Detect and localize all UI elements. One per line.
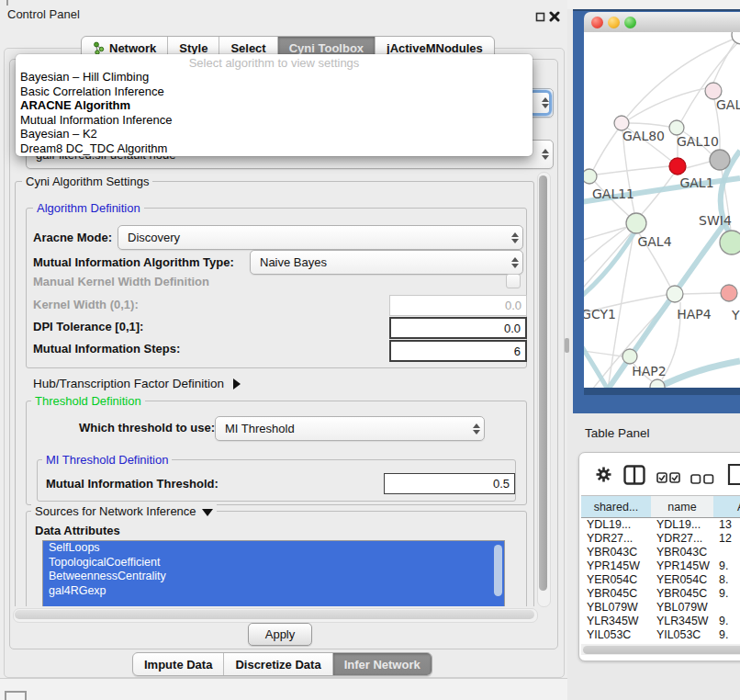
attribute-list-item[interactable]: BetweennessCentrality <box>43 570 504 584</box>
table-cell: YIL053C <box>651 628 719 642</box>
page-icon[interactable] <box>727 462 740 487</box>
table-cell: YER054C <box>651 573 719 587</box>
algorithm-option[interactable]: ARACNE Algorithm <box>16 98 533 113</box>
table-panel-window: shared...nameA YDL19...YDL19...13YDR27..… <box>578 452 740 661</box>
zoom-traffic-light-icon[interactable] <box>624 17 636 28</box>
table-row[interactable]: YBR045CYBR045C9. <box>581 587 740 601</box>
tab-label: Discretize Data <box>235 658 320 672</box>
apply-button[interactable]: Apply <box>248 623 312 646</box>
horizontal-scrollbar <box>13 608 538 623</box>
list-scrollbar-thumb[interactable] <box>494 545 502 596</box>
table-cell: YBR043C <box>581 546 656 559</box>
sources-group-title[interactable]: Sources for Network Inference <box>31 504 217 518</box>
manual-kernel-label: Manual Kernel Width Definition <box>33 275 209 288</box>
hub-section-label: Hub/Transcription Factor Definition <box>33 377 224 390</box>
tab-impute-data[interactable]: Impute Data <box>133 653 224 675</box>
attribute-list-item[interactable]: gal4RGexp <box>43 584 504 599</box>
application-root: Control Panel NetworkStyleSelectCyni Too… <box>0 0 740 700</box>
kernel-width-field[interactable]: 0.0 <box>389 295 527 316</box>
horizontal-scrollbar-thumb[interactable] <box>15 610 534 619</box>
table-row[interactable]: YIL053CYIL053C9. <box>581 628 740 642</box>
table-row[interactable]: YPR145WYPR145W9. <box>581 559 740 573</box>
corner-mark <box>6 0 8 6</box>
table-row[interactable]: YER054CYER054C8. <box>581 573 740 587</box>
tab-label: Impute Data <box>144 658 212 672</box>
table-cell: YLR345W <box>651 615 719 628</box>
table-cell: YER054C <box>581 573 656 587</box>
column-header-name[interactable]: name <box>651 495 714 518</box>
vertical-scrollbar-thumb[interactable] <box>539 175 547 591</box>
tab-label: Network <box>109 41 156 55</box>
algorithm-popup-placeholder: Select algorithm to view settings <box>16 56 533 70</box>
tab-discretize-data[interactable]: Discretize Data <box>224 653 332 675</box>
table-cell: 9. <box>713 628 740 642</box>
table-cell: YBR045C <box>581 587 656 601</box>
network-window-titlebar[interactable] <box>584 12 740 33</box>
algorithm-option[interactable]: Bayesian – Hill Climbing <box>16 70 533 85</box>
algorithm-option[interactable]: Basic Correlation Inference <box>16 85 533 99</box>
table-cell: 9. <box>713 587 740 601</box>
attribute-list-item[interactable]: TopologicalCoefficient <box>43 556 504 570</box>
table-cell: YBL079W <box>581 601 656 615</box>
attribute-list-item[interactable]: SelfLoops <box>43 541 504 556</box>
panel-divider-grip[interactable] <box>565 338 569 353</box>
table-cell: YBR045C <box>651 587 719 601</box>
combo-stepper-icon <box>508 232 522 243</box>
mi-threshold-group-title: MI Threshold Definition <box>42 453 172 467</box>
which-threshold-combo[interactable]: MI Threshold <box>215 416 485 441</box>
combo-stepper-icon <box>469 423 484 435</box>
table-scrollbar-thumb[interactable] <box>583 646 740 654</box>
columns-icon[interactable] <box>623 465 645 485</box>
aracne-mode-combo[interactable]: Discovery <box>118 225 523 250</box>
close-traffic-light-icon[interactable] <box>591 17 603 28</box>
table-cell: YDR27... <box>651 532 719 546</box>
float-window-icon[interactable] <box>535 12 545 22</box>
mi-steps-field[interactable]: 6 <box>389 340 527 362</box>
tab-label: Select <box>230 41 265 55</box>
algorithm-option[interactable]: Dream8 DC_TDC Algorithm <box>16 141 533 156</box>
manual-kernel-checkbox[interactable] <box>506 274 521 288</box>
minimized-panel-icon[interactable] <box>5 691 27 700</box>
table-row[interactable]: YDR27...YDR27...12 <box>581 532 740 546</box>
cyni-settings-title: Cyni Algorithm Settings <box>22 175 152 188</box>
close-icon[interactable] <box>549 11 560 22</box>
mi-type-value: Naive Bayes <box>251 255 508 269</box>
tab-infer-network[interactable]: Infer Network <box>333 653 432 675</box>
table-panel-title: Table Panel <box>585 426 650 440</box>
dpi-tolerance-field[interactable]: 0.0 <box>389 317 527 339</box>
column-header-a[interactable]: A <box>713 495 740 518</box>
table-cell: YPR145W <box>651 559 719 573</box>
algorithm-option[interactable]: Bayesian – K2 <box>16 127 533 141</box>
mi-type-combo[interactable]: Naive Bayes <box>250 250 523 275</box>
algorithm-definition-title: Algorithm Definition <box>33 201 144 215</box>
table-row[interactable]: YBL079WYBL079W <box>581 601 740 615</box>
vertical-scrollbar <box>537 172 551 607</box>
table-cell: YDR27... <box>581 532 656 546</box>
which-threshold-value: MI Threshold <box>216 422 469 435</box>
gear-icon[interactable] <box>596 467 611 482</box>
table-row[interactable]: YDL19...YDL19...13 <box>581 518 740 532</box>
kernel-width-label: Kernel Width (0,1): <box>33 298 139 311</box>
column-header-shared[interactable]: shared... <box>581 495 652 518</box>
mi-type-label: Mutual Information Algorithm Type: <box>33 255 234 269</box>
checked-boxes-icon[interactable] <box>656 472 680 483</box>
table-row[interactable]: YLR345WYLR345W9. <box>581 615 740 628</box>
algorithm-option[interactable]: Mutual Information Inference <box>16 113 533 128</box>
network-canvas[interactable] <box>584 32 740 388</box>
table-cell: YPR145W <box>581 559 656 573</box>
table-row[interactable]: YBR043CYBR043C <box>581 546 740 559</box>
attribute-list-item[interactable] <box>43 598 504 606</box>
combo-stepper-icon <box>508 257 522 268</box>
hub-section-toggle[interactable]: Hub/Transcription Factor Definition <box>33 377 241 390</box>
unchecked-boxes-icon[interactable] <box>690 474 714 484</box>
mi-threshold-field[interactable]: 0.5 <box>384 473 515 494</box>
window-shadow <box>584 388 740 395</box>
table-cell: YDL19... <box>581 518 656 532</box>
table-horizontal-scrollbar <box>581 644 740 655</box>
aracne-mode-label: Aracne Mode: <box>33 231 112 244</box>
minimize-traffic-light-icon[interactable] <box>608 17 620 28</box>
data-attributes-label: Data Attributes <box>35 524 120 537</box>
table-cell: YLR345W <box>581 615 656 628</box>
data-attributes-list[interactable]: SelfLoopsTopologicalCoefficientBetweenne… <box>42 540 505 606</box>
table-cell: 9. <box>713 559 740 573</box>
